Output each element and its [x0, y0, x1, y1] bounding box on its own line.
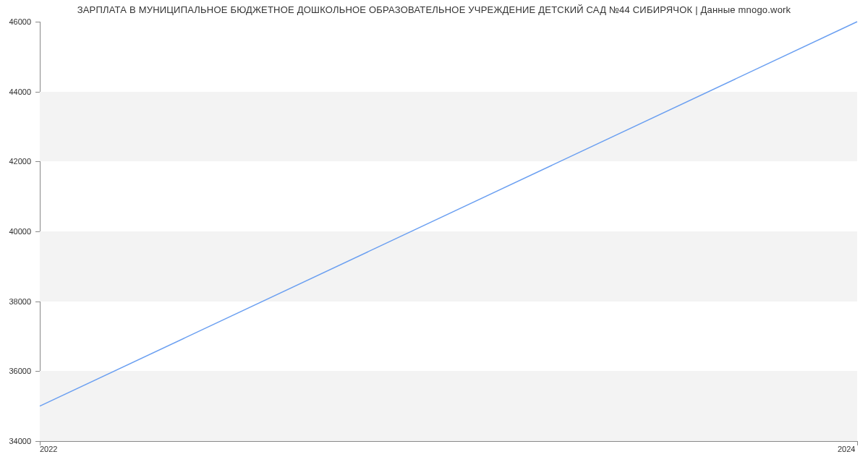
plot-area: 34000 36000 38000 40000 42000 44000 4600…: [40, 22, 857, 441]
ytick-label: 38000: [9, 297, 40, 306]
chart-container: ЗАРПЛАТА В МУНИЦИПАЛЬНОЕ БЮДЖЕТНОЕ ДОШКО…: [0, 0, 868, 470]
ytick-label: 40000: [9, 227, 40, 236]
plot-inner: 34000 36000 38000 40000 42000 44000 4600…: [40, 22, 857, 441]
ytick-label: 34000: [9, 437, 40, 445]
ytick-label: 42000: [9, 157, 40, 166]
chart-title: ЗАРПЛАТА В МУНИЦИПАЛЬНОЕ БЮДЖЕТНОЕ ДОШКО…: [0, 4, 868, 15]
series-svg: [40, 22, 857, 441]
xtick-label: 2022: [40, 445, 57, 453]
ytick-label: 46000: [9, 17, 40, 26]
series-line: [40, 22, 857, 406]
ytick-label: 44000: [9, 87, 40, 96]
ytick-label: 36000: [9, 367, 40, 375]
xtick-label: 2024: [838, 445, 855, 453]
x-axis-line: [40, 441, 857, 442]
xtick-mark: [857, 441, 858, 445]
